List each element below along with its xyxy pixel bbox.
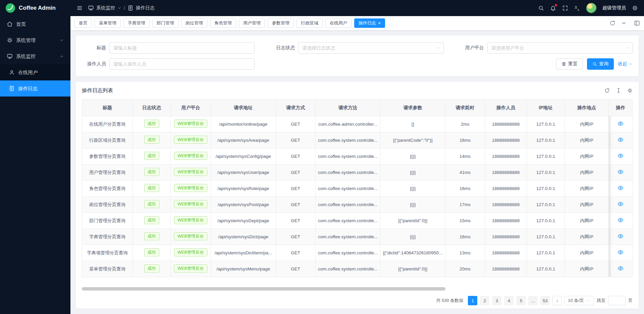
cell-params: [{"parentId":0}] xyxy=(380,213,445,229)
reset-button[interactable]: 重置 xyxy=(556,58,583,70)
chevron-up-icon xyxy=(60,54,64,58)
view-detail-button[interactable] xyxy=(618,137,624,143)
tab-岗位管理[interactable]: 岗位管理 xyxy=(181,18,207,28)
view-detail-button[interactable] xyxy=(618,249,624,255)
sidebar-item-home[interactable]: 首页 xyxy=(0,16,70,32)
cell-url: /api/system/sysDictItem/pa... xyxy=(211,245,276,261)
collapse-filter-link[interactable]: 收起 xyxy=(618,61,633,67)
tab-close-icon[interactable]: × xyxy=(378,21,381,25)
view-detail-button[interactable] xyxy=(618,217,624,223)
view-detail-button[interactable] xyxy=(618,185,624,191)
view-detail-button[interactable] xyxy=(618,169,624,175)
cell-operator: 18888888888 xyxy=(485,148,527,165)
page-button-5[interactable]: 5 xyxy=(516,296,526,305)
cell-method: com.coffee.system.controlle... xyxy=(315,245,380,261)
cell-operator: 18888888888 xyxy=(485,245,527,261)
avatar[interactable] xyxy=(586,3,596,13)
fullscreen-icon[interactable] xyxy=(562,5,568,11)
cell-title: 在线用户分页查询 xyxy=(82,116,133,132)
tab-操作日志[interactable]: 操作日志× xyxy=(354,18,385,28)
tab-options-chevron-icon[interactable] xyxy=(621,20,627,26)
settings-gear-icon[interactable] xyxy=(632,5,638,11)
platform-badge: WEB管理后台 xyxy=(174,264,207,272)
page-size-select[interactable]: 10 条/页 xyxy=(565,296,594,305)
page-button-...[interactable]: ... xyxy=(528,296,538,305)
cell-location: 内网IP xyxy=(565,132,609,148)
column-header: IP地址 xyxy=(527,100,565,116)
status-select-input[interactable] xyxy=(298,42,443,54)
refresh-tabs-icon[interactable] xyxy=(609,20,615,26)
view-detail-button[interactable] xyxy=(618,265,624,271)
page-button-1[interactable]: 1 xyxy=(468,296,477,305)
trash-icon xyxy=(561,62,566,66)
chevron-down-icon[interactable] xyxy=(117,6,121,10)
layout-icon[interactable] xyxy=(634,20,640,26)
filter-row-2: 操作人员 重置 查询 收起 xyxy=(82,58,633,70)
search-icon[interactable] xyxy=(538,5,544,11)
page-button-4[interactable]: 4 xyxy=(504,296,514,305)
view-detail-button[interactable] xyxy=(618,121,624,127)
density-icon[interactable] xyxy=(616,88,621,93)
cell-platform: WEB管理后台 xyxy=(171,132,211,148)
tab-用户管理[interactable]: 用户管理 xyxy=(239,18,265,28)
collapse-sidebar-icon[interactable] xyxy=(76,5,83,11)
page-button-2[interactable]: 2 xyxy=(480,296,489,305)
tab-角色管理[interactable]: 角色管理 xyxy=(210,18,236,28)
platform-badge: WEB管理后台 xyxy=(174,216,207,224)
jump-page-input[interactable] xyxy=(608,296,626,305)
page-button-53[interactable]: 53 xyxy=(540,296,550,305)
cell-params: [{}] xyxy=(380,197,445,213)
title-input[interactable] xyxy=(109,42,255,54)
table-row: 行政区域分页查询成功WEB管理后台/api/system/sysArea/pag… xyxy=(82,132,633,148)
status-select[interactable] xyxy=(298,42,443,54)
filter-field-operator: 操作人员 xyxy=(82,58,255,70)
status-badge: 成功 xyxy=(144,152,159,160)
username[interactable]: 超级管理员 xyxy=(602,5,626,11)
content: 标题 日志状态 用户平台 xyxy=(70,30,644,314)
platform-select[interactable] xyxy=(487,42,633,54)
tab-菜单管理[interactable]: 菜单管理 xyxy=(95,18,121,28)
refresh-table-icon[interactable] xyxy=(604,88,610,93)
tab-在线用户[interactable]: 在线用户 xyxy=(325,18,352,28)
tab-首页[interactable]: 首页 xyxy=(74,18,92,28)
sidebar-item-system-mgmt[interactable]: 系统管理 xyxy=(0,32,70,48)
view-detail-button[interactable] xyxy=(618,153,624,159)
next-page-button[interactable]: › xyxy=(552,296,562,305)
sidebar-item-system-monitor[interactable]: 系统监控 xyxy=(0,48,70,64)
table-scroll-area: 标题日志状态用户平台请求地址请求方式请求方法请求参数请求耗时操作人员IP地址操作… xyxy=(76,99,639,285)
table-card-header: 操作日志列表 xyxy=(76,82,639,99)
tab-行政区域[interactable]: 行政区域 xyxy=(297,18,323,28)
horizontal-scrollbar[interactable] xyxy=(82,287,633,291)
cell-ip: 127.0.0.1 xyxy=(527,261,565,277)
status-badge: 成功 xyxy=(144,248,159,256)
query-button[interactable]: 查询 xyxy=(587,58,614,70)
table-row: 角色管理分页查询成功WEB管理后台/api/system/sysRole/pag… xyxy=(82,181,633,197)
view-detail-button[interactable] xyxy=(618,233,624,239)
translate-icon[interactable]: 文A xyxy=(574,5,580,11)
cell-params: [{}] xyxy=(380,181,445,197)
cell-operator: 18888888888 xyxy=(485,165,527,181)
tab-字典管理[interactable]: 字典管理 xyxy=(123,18,150,28)
table-row: 字典管理分页查询成功WEB管理后台/api/system/sysDict/pag… xyxy=(82,229,633,245)
cell-operator: 18888888888 xyxy=(485,197,527,213)
sidebar-item-operation-log[interactable]: 操作日志 xyxy=(0,80,70,97)
operator-input[interactable] xyxy=(109,58,255,70)
document-icon xyxy=(9,85,15,91)
view-detail-button[interactable] xyxy=(618,201,624,207)
notification-bell-icon[interactable] xyxy=(550,5,556,11)
page-button-3[interactable]: 3 xyxy=(492,296,501,305)
eye-icon xyxy=(618,137,624,143)
tab-参数管理[interactable]: 参数管理 xyxy=(268,18,294,28)
platform-select-input[interactable] xyxy=(487,42,633,54)
cell-action xyxy=(609,181,633,197)
column-settings-gear-icon[interactable] xyxy=(627,88,633,93)
sidebar-item-online-users[interactable]: 在线用户 xyxy=(0,64,70,80)
tab-label: 在线用户 xyxy=(330,20,347,26)
cell-status: 成功 xyxy=(132,132,170,148)
scrollbar-thumb[interactable] xyxy=(82,287,445,291)
gear-icon xyxy=(7,37,13,43)
tab-部门管理[interactable]: 部门管理 xyxy=(152,18,178,28)
cell-http_method: GET xyxy=(276,181,315,197)
breadcrumb-section[interactable]: 系统监控 xyxy=(96,5,115,11)
cell-platform: WEB管理后台 xyxy=(171,213,211,229)
